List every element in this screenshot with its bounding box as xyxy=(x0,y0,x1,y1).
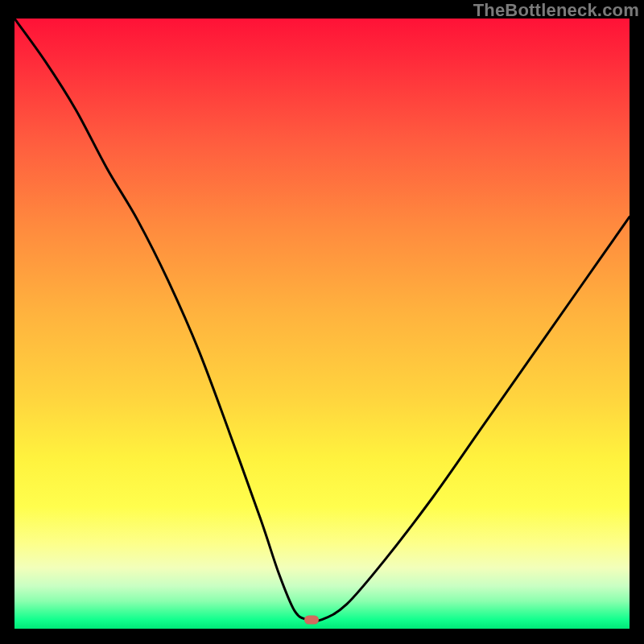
watermark-text: TheBottleneck.com xyxy=(473,0,639,21)
chart-frame: TheBottleneck.com xyxy=(0,0,644,644)
optimal-point-marker xyxy=(304,615,319,624)
plot-area xyxy=(14,19,630,629)
bottleneck-curve xyxy=(14,19,630,629)
curve-path xyxy=(14,19,630,621)
